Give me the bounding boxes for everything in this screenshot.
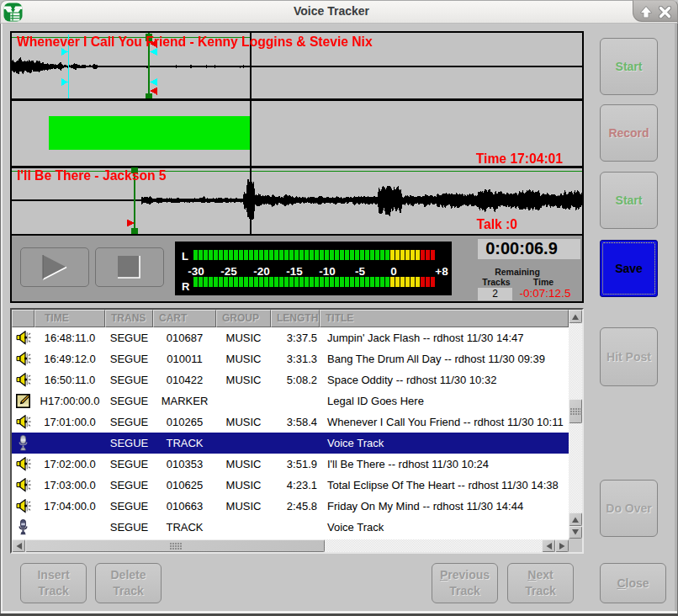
svg-text:L: L [182, 250, 188, 263]
svg-text:-25: -25 [220, 265, 237, 278]
svg-text:-20: -20 [253, 265, 270, 278]
svg-text:+8: +8 [435, 265, 448, 278]
svg-text:R: R [182, 280, 190, 293]
svg-text:-5: -5 [355, 265, 365, 278]
svg-text:-15: -15 [286, 265, 303, 278]
svg-text:-10: -10 [319, 265, 336, 278]
svg-text:-30: -30 [188, 265, 204, 278]
svg-text:0: 0 [390, 265, 397, 278]
